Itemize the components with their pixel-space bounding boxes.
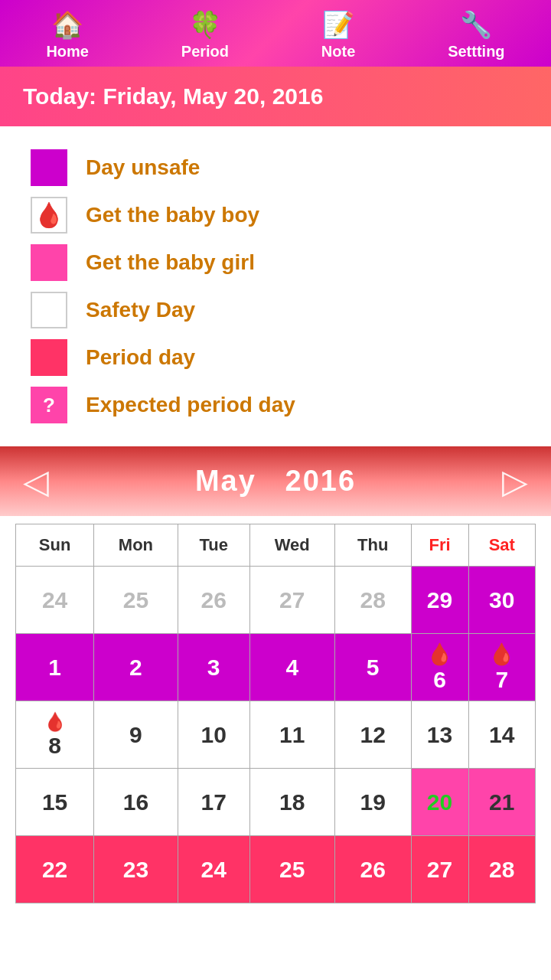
table-row[interactable]: 20 bbox=[411, 769, 468, 836]
settings-icon: 🔧 bbox=[460, 9, 492, 40]
today-text: Today: Friday, May 20, 2016 bbox=[23, 83, 323, 109]
nav-settings-label: Settting bbox=[448, 43, 504, 60]
table-row[interactable]: 29 bbox=[411, 567, 468, 634]
nav-home-label: Home bbox=[46, 43, 89, 60]
nav-note-label: Note bbox=[321, 43, 355, 60]
legend-item-period: Period day bbox=[31, 339, 520, 376]
blood-drop-icon: 🩸 bbox=[426, 642, 453, 667]
table-row[interactable]: 15 bbox=[16, 769, 94, 836]
table-row: 15 16 17 18 19 20 21 bbox=[16, 769, 536, 836]
legend-box-expected: ? bbox=[31, 387, 67, 423]
col-thu: Thu bbox=[334, 524, 411, 567]
table-row[interactable]: 24 bbox=[178, 836, 249, 903]
nav-home[interactable]: 🏠 Home bbox=[46, 9, 89, 60]
legend-label-period: Period day bbox=[86, 345, 195, 370]
table-row[interactable]: 28 bbox=[468, 836, 535, 903]
legend-box-baby-girl bbox=[31, 244, 67, 281]
legend-box-safety bbox=[31, 292, 67, 328]
col-sat: Sat bbox=[468, 524, 535, 567]
calendar-month-title: May 2016 bbox=[195, 465, 356, 498]
legend-box-baby-boy: 🩸 bbox=[31, 197, 67, 234]
legend-item-safety: Safety Day bbox=[31, 292, 520, 328]
table-row: 24 25 26 27 28 29 30 bbox=[16, 567, 536, 634]
prev-month-button[interactable]: ◁ bbox=[23, 462, 49, 501]
nav-period[interactable]: 🍀 Period bbox=[181, 9, 229, 60]
table-row[interactable]: 18 bbox=[249, 769, 334, 836]
table-row: 22 23 24 25 26 27 28 bbox=[16, 836, 536, 903]
table-row[interactable]: 1 bbox=[16, 634, 94, 701]
expected-icon: ? bbox=[43, 394, 55, 417]
table-row[interactable]: 22 bbox=[16, 836, 94, 903]
blood-drop-icon: 🩸 bbox=[44, 711, 67, 733]
legend-label-expected: Expected period day bbox=[86, 393, 295, 417]
col-tue: Tue bbox=[178, 524, 249, 567]
today-banner: Today: Friday, May 20, 2016 bbox=[0, 67, 551, 126]
table-row[interactable]: 24 bbox=[16, 567, 94, 634]
table-row[interactable]: 12 bbox=[334, 701, 411, 769]
table-row[interactable]: 🩸 6 bbox=[411, 634, 468, 701]
table-row[interactable]: 27 bbox=[249, 567, 334, 634]
table-row[interactable]: 13 bbox=[411, 701, 468, 769]
table-row[interactable]: 🩸 8 bbox=[16, 701, 94, 769]
legend-item-baby-boy: 🩸 Get the baby boy bbox=[31, 197, 520, 234]
legend-box-period bbox=[31, 339, 67, 376]
legend-item-unsafe: Day unsafe bbox=[31, 149, 520, 186]
calendar-wrap: Sun Mon Tue Wed Thu Fri Sat 24 25 26 27 … bbox=[0, 516, 551, 919]
table-row[interactable]: 30 bbox=[468, 567, 535, 634]
table-row[interactable]: 10 bbox=[178, 701, 249, 769]
table-row[interactable]: 🩸 7 bbox=[468, 634, 535, 701]
next-month-button[interactable]: ▷ bbox=[502, 462, 528, 501]
legend-label-safety: Safety Day bbox=[86, 298, 195, 322]
col-fri: Fri bbox=[411, 524, 468, 567]
legend: Day unsafe 🩸 Get the baby boy Get the ba… bbox=[0, 126, 551, 446]
legend-item-expected: ? Expected period day bbox=[31, 387, 520, 423]
table-row[interactable]: 28 bbox=[334, 567, 411, 634]
legend-label-unsafe: Day unsafe bbox=[86, 155, 200, 180]
table-row[interactable]: 25 bbox=[94, 567, 178, 634]
table-row[interactable]: 3 bbox=[178, 634, 249, 701]
calendar-table: Sun Mon Tue Wed Thu Fri Sat 24 25 26 27 … bbox=[15, 524, 536, 903]
table-row: 🩸 8 9 10 11 12 13 14 bbox=[16, 701, 536, 769]
calendar-header: ◁ May 2016 ▷ bbox=[0, 446, 551, 516]
nav-settings[interactable]: 🔧 Settting bbox=[448, 9, 504, 60]
home-icon: 🏠 bbox=[51, 9, 83, 40]
note-icon: 📝 bbox=[322, 9, 354, 40]
table-row[interactable]: 5 bbox=[334, 634, 411, 701]
navbar: 🏠 Home 🍀 Period 📝 Note 🔧 Settting bbox=[0, 0, 551, 67]
table-row: 1 2 3 4 5 🩸 6 🩸 7 bbox=[16, 634, 536, 701]
table-row[interactable]: 16 bbox=[94, 769, 178, 836]
table-row[interactable]: 26 bbox=[178, 567, 249, 634]
blood-drop-icon: 🩸 bbox=[488, 642, 515, 667]
period-icon: 🍀 bbox=[189, 9, 221, 40]
table-row[interactable]: 25 bbox=[249, 836, 334, 903]
legend-label-baby-boy: Get the baby boy bbox=[86, 203, 259, 227]
table-row[interactable]: 14 bbox=[468, 701, 535, 769]
blood-drop-icon: 🩸 bbox=[34, 201, 64, 230]
legend-box-unsafe bbox=[31, 149, 67, 186]
table-row[interactable]: 21 bbox=[468, 769, 535, 836]
col-wed: Wed bbox=[249, 524, 334, 567]
legend-label-baby-girl: Get the baby girl bbox=[86, 250, 255, 275]
nav-period-label: Period bbox=[181, 43, 229, 60]
table-row[interactable]: 4 bbox=[249, 634, 334, 701]
table-row[interactable]: 26 bbox=[334, 836, 411, 903]
table-row[interactable]: 27 bbox=[411, 836, 468, 903]
col-mon: Mon bbox=[94, 524, 178, 567]
table-row[interactable]: 2 bbox=[94, 634, 178, 701]
table-row[interactable]: 23 bbox=[94, 836, 178, 903]
table-row[interactable]: 11 bbox=[249, 701, 334, 769]
table-row[interactable]: 9 bbox=[94, 701, 178, 769]
nav-note[interactable]: 📝 Note bbox=[321, 9, 355, 60]
col-sun: Sun bbox=[16, 524, 94, 567]
table-row[interactable]: 17 bbox=[178, 769, 249, 836]
table-row[interactable]: 19 bbox=[334, 769, 411, 836]
legend-item-baby-girl: Get the baby girl bbox=[31, 244, 520, 281]
